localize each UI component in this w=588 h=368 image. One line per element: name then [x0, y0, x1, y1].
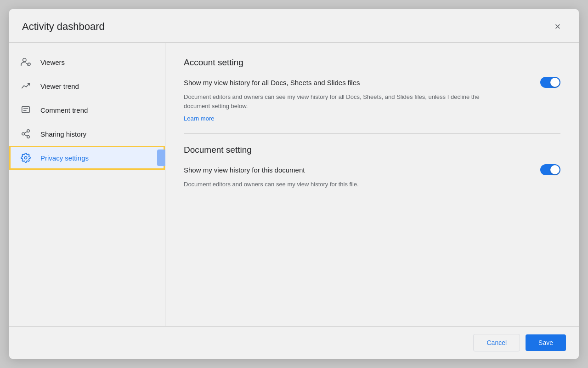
svg-point-0 [23, 58, 26, 62]
dialog-body: Viewers Viewer trend [9, 43, 579, 326]
learn-more-link[interactable]: Learn more [184, 115, 214, 122]
sidebar-item-comment-trend[interactable]: Comment trend [9, 98, 165, 122]
cancel-button[interactable]: Cancel [473, 334, 520, 351]
svg-point-10 [24, 156, 27, 159]
account-setting-desc: Document editors and owners can see my v… [184, 92, 505, 110]
active-indicator [157, 150, 165, 166]
sidebar-item-sharing-history-label: Sharing history [40, 130, 86, 138]
svg-line-9 [24, 132, 27, 133]
dialog-header: Activity dashboard × [9, 9, 579, 43]
document-toggle-label: Show my view history for this document [184, 166, 305, 174]
gear-icon [20, 152, 31, 163]
dialog-footer: Cancel Save [9, 326, 579, 359]
account-toggle-track[interactable] [540, 77, 560, 88]
svg-rect-2 [22, 107, 30, 113]
dialog-title: Activity dashboard [22, 21, 105, 33]
sidebar-item-viewer-trend[interactable]: Viewer trend [9, 74, 165, 98]
svg-line-8 [24, 134, 27, 136]
save-button[interactable]: Save [526, 334, 566, 351]
trend-icon [20, 80, 31, 92]
sidebar-item-viewer-trend-label: Viewer trend [40, 82, 79, 90]
sidebar-item-privacy-settings-label: Privacy settings [40, 154, 89, 162]
document-toggle-track[interactable] [540, 164, 560, 175]
document-setting-desc: Document editors and owners can see my v… [184, 180, 505, 189]
sidebar-item-viewers[interactable]: Viewers [9, 50, 165, 74]
document-setting-section: Document setting Show my view history fo… [184, 145, 560, 189]
viewers-icon [20, 57, 31, 68]
account-toggle-label: Show my view history for all Docs, Sheet… [184, 79, 360, 86]
svg-point-1 [28, 63, 31, 66]
activity-dashboard-dialog: Activity dashboard × Viewers [9, 9, 579, 359]
document-toggle[interactable] [540, 164, 560, 175]
account-setting-row: Show my view history for all Docs, Sheet… [184, 77, 560, 88]
account-setting-title: Account setting [184, 58, 560, 68]
comment-icon [20, 104, 31, 115]
account-toggle-thumb [550, 78, 560, 87]
account-toggle[interactable] [540, 77, 560, 88]
document-toggle-thumb [550, 165, 560, 174]
document-setting-title: Document setting [184, 145, 560, 155]
sidebar-item-comment-trend-label: Comment trend [40, 106, 88, 114]
section-divider [184, 133, 560, 134]
close-button[interactable]: × [549, 18, 566, 35]
share-icon [20, 128, 31, 139]
main-content: Account setting Show my view history for… [165, 43, 579, 326]
sidebar-item-sharing-history[interactable]: Sharing history [9, 122, 165, 146]
sidebar-item-privacy-settings[interactable]: Privacy settings [9, 146, 165, 170]
sidebar-item-viewers-label: Viewers [40, 58, 65, 66]
sidebar: Viewers Viewer trend [9, 43, 165, 326]
account-setting-section: Account setting Show my view history for… [184, 58, 560, 122]
document-setting-row: Show my view history for this document [184, 164, 560, 175]
